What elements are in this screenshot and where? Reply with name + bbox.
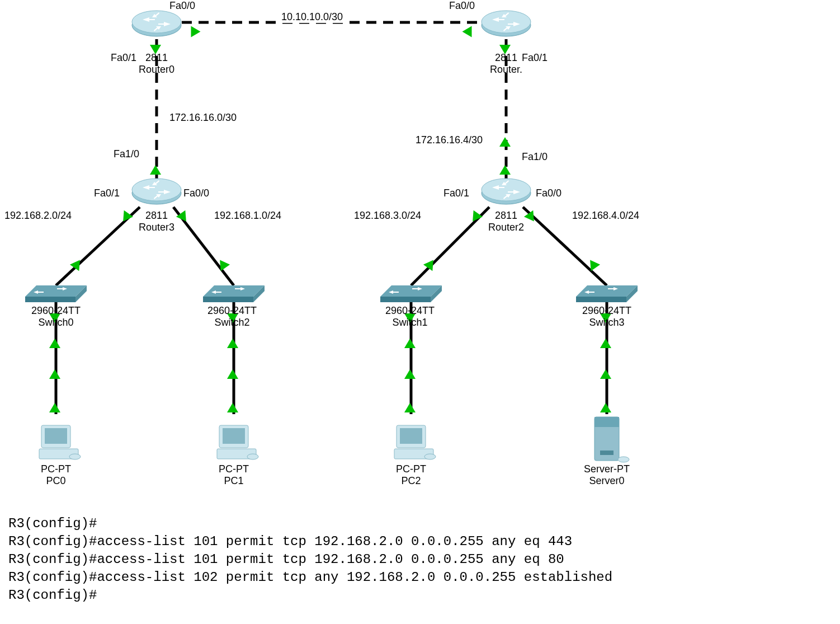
pc1-icon[interactable] — [217, 425, 258, 459]
router2-icon[interactable] — [482, 179, 531, 204]
link-light — [227, 403, 238, 412]
port-label: Fa1/0 — [112, 148, 141, 160]
device-name: PC1 — [224, 475, 243, 486]
link-light — [49, 403, 60, 412]
device-name: Switch0 — [38, 317, 73, 328]
net-label: 192.168.1.0/24 — [213, 210, 283, 222]
device-model: 2960-24TT — [582, 305, 631, 316]
link-light — [499, 137, 511, 147]
device-name: Router0 — [139, 64, 174, 75]
link-light — [600, 369, 611, 379]
net-label: 192.168.3.0/24 — [352, 210, 423, 222]
switch0-icon[interactable] — [25, 285, 87, 302]
link-light — [404, 403, 416, 412]
link-light — [499, 165, 511, 175]
port-label: Fa0/1 — [92, 187, 121, 199]
device-name: Router3 — [139, 222, 174, 233]
link-light — [227, 339, 238, 348]
packet-tracer-canvas: Fa0/0 10.10.10.0/30 Fa0/0 Fa0/1 2811 Rou… — [0, 0, 840, 624]
net-label: 172.16.16.4/30 — [414, 134, 484, 146]
device-name: Switch2 — [214, 317, 249, 328]
port-label: Fa0/0 — [447, 0, 476, 12]
server0-icon[interactable] — [594, 417, 629, 462]
port-label: Fa0/0 — [182, 187, 211, 199]
device-model: 2960-24TT — [207, 305, 257, 316]
link-light — [49, 339, 60, 348]
device-name: Router. — [490, 64, 522, 75]
device-model: PC-PT — [41, 463, 71, 475]
device-model: PC-PT — [219, 463, 249, 475]
port-label: Fa0/1 — [442, 187, 471, 199]
cli-output: R3(config)# R3(config)#access-list 101 p… — [8, 515, 612, 604]
device-name: Switch3 — [589, 317, 624, 328]
switch2-icon[interactable] — [203, 285, 265, 302]
device-model: PC-PT — [396, 463, 426, 475]
device-name: Router2 — [488, 222, 524, 233]
device-name: Server0 — [589, 475, 624, 486]
device-model: 2811 — [145, 210, 168, 221]
device-model: 2811 — [495, 52, 517, 63]
switch3-icon[interactable] — [576, 285, 638, 302]
net-label: 10.10.10.0/30 — [280, 11, 345, 23]
pc2-icon[interactable] — [394, 425, 436, 459]
link-light — [463, 26, 472, 37]
switch1-icon[interactable] — [380, 285, 442, 302]
port-label: Fa1/0 — [520, 151, 549, 163]
link-light — [191, 26, 201, 37]
link-light — [227, 369, 238, 379]
device-name: Switch1 — [392, 317, 427, 328]
link-light — [600, 403, 611, 412]
device-name: PC0 — [46, 475, 65, 486]
link-light — [150, 165, 161, 175]
router1-icon[interactable] — [482, 11, 531, 36]
link-light — [404, 339, 416, 348]
net-label: 192.168.4.0/24 — [570, 210, 641, 222]
device-name: PC2 — [401, 475, 421, 486]
router3-icon[interactable] — [132, 179, 181, 204]
device-model: Server-PT — [584, 463, 630, 475]
router0-icon[interactable] — [132, 11, 181, 36]
pc0-icon[interactable] — [39, 425, 81, 459]
port-label: Fa0/0 — [168, 0, 197, 12]
link-light — [49, 369, 60, 379]
link-light — [600, 339, 611, 348]
port-label: Fa0/0 — [534, 187, 563, 199]
device-model: 2960-24TT — [31, 305, 81, 316]
device-model: 2960-24TT — [385, 305, 435, 316]
net-label: 172.16.16.0/30 — [168, 112, 238, 124]
device-model: 2811 — [495, 210, 517, 221]
device-model: 2811 — [145, 52, 168, 63]
net-label: 192.168.2.0/24 — [3, 210, 73, 222]
port-label: Fa0/1 — [109, 52, 138, 64]
link-light — [404, 369, 416, 379]
